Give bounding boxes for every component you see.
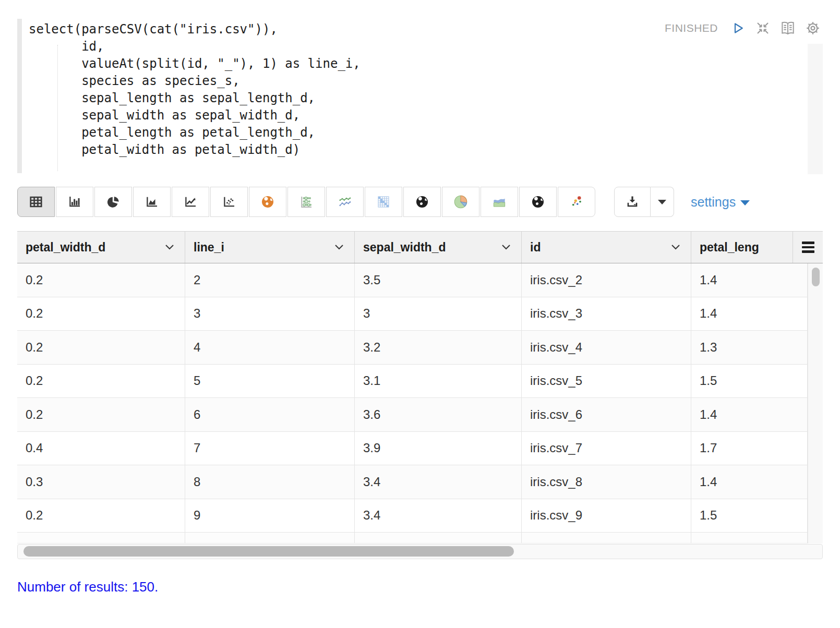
column-label: line_i [194, 240, 224, 255]
table-row: 0.383.4iris.csv_81.4 [17, 465, 823, 499]
table-cell: 3.9 [355, 432, 522, 465]
table-cell: 7 [185, 432, 355, 465]
table-cell: 5 [185, 365, 355, 398]
table-body: 0.223.5iris.csv_21.40.233iris.csv_31.40.… [17, 263, 823, 544]
book-icon[interactable] [779, 20, 796, 37]
editor-gutter [17, 19, 22, 173]
code-editor[interactable]: select(parseCSV(cat("iris.csv")), id, va… [17, 18, 823, 175]
caret-down-icon[interactable] [651, 187, 674, 217]
multi-line-chart-icon[interactable] [326, 187, 364, 217]
table-cell: 1.4 [691, 263, 808, 297]
table-cell: iris.csv_3 [522, 297, 691, 331]
table-cell: 0.3 [17, 465, 185, 499]
table-cell: 6 [185, 398, 355, 431]
hamburger-icon[interactable] [793, 232, 823, 263]
table-cell: 3 [185, 297, 355, 331]
vertical-scrollbar[interactable] [808, 263, 823, 544]
code-text[interactable]: select(parseCSV(cat("iris.csv")), id, va… [29, 21, 361, 159]
table-cell: 0.2 [17, 297, 185, 331]
table-cell: iris.csv_4 [522, 331, 691, 364]
table-row: 0.223.5iris.csv_21.4 [17, 263, 823, 297]
table-row: 0.473.9iris.csv_71.7 [17, 432, 823, 466]
table-cell: 0.2 [17, 331, 185, 364]
table-cell: 3.6 [355, 398, 522, 431]
globe-orange-icon[interactable] [249, 187, 286, 217]
download-icon[interactable] [614, 187, 651, 217]
chevron-down-icon[interactable] [334, 243, 344, 252]
table-cell: 0.4 [17, 432, 185, 465]
play-icon[interactable] [729, 20, 746, 37]
table-cell: 1.3 [691, 331, 808, 364]
column-header-line_i[interactable]: line_i [185, 232, 355, 263]
chart-type-buttons [17, 187, 595, 217]
table-cell: 2 [185, 263, 355, 297]
horizontal-scrollbar-thumb[interactable] [23, 546, 514, 557]
bar-chart-icon[interactable] [56, 187, 93, 217]
table-cell: 0.2 [17, 499, 185, 533]
table-cell: 1.4 [691, 465, 808, 499]
shrink-icon[interactable] [754, 20, 771, 37]
chevron-down-icon[interactable] [671, 243, 680, 252]
table-cell [355, 533, 522, 543]
table-cell: 1.5 [691, 365, 808, 398]
table-row: 0.233iris.csv_31.4 [17, 297, 823, 331]
column-header-id[interactable]: id [522, 232, 691, 263]
column-label: petal_leng [700, 240, 759, 255]
table-cell: iris.csv_5 [522, 365, 691, 398]
table-cell: 0.2 [17, 398, 185, 431]
area-chart-icon[interactable] [133, 187, 171, 217]
table-row: 0.253.1iris.csv_51.5 [17, 365, 823, 398]
table-cell: 0.2 [17, 263, 185, 297]
gear-icon[interactable] [805, 20, 821, 37]
table-cell: iris.csv_7 [522, 432, 691, 465]
table-cell [522, 533, 691, 543]
visualization-toolbar: settings [17, 187, 750, 217]
table-cell: 3 [355, 297, 522, 331]
scatter-color-icon[interactable] [558, 187, 595, 217]
table-cell: 3.1 [355, 365, 522, 398]
horizontal-scrollbar[interactable] [17, 544, 823, 559]
table-cell: 1.7 [691, 432, 808, 465]
column-header-petal_width_d[interactable]: petal_width_d [17, 232, 185, 263]
table-cell [17, 533, 185, 543]
scatter-chart-icon[interactable] [210, 187, 248, 217]
pie-chart-icon[interactable] [94, 187, 132, 217]
column-header-sepal_width_d[interactable]: sepal_width_d [355, 232, 522, 263]
table-cell [185, 533, 355, 543]
globe-dark-icon-2[interactable] [519, 187, 557, 217]
bubble-matrix-icon[interactable] [287, 187, 325, 217]
paragraph-controls: FINISHED [665, 20, 821, 37]
stacked-area-color-icon[interactable] [481, 187, 518, 217]
table-cell: 9 [185, 499, 355, 533]
column-header-petal_leng[interactable]: petal_leng [691, 232, 793, 263]
settings-label: settings [691, 195, 736, 210]
settings-caret-icon [740, 200, 750, 206]
results-count: Number of results: 150. [17, 579, 158, 595]
table-header: petal_width_dline_isepal_width_didpetal_… [17, 231, 823, 263]
vertical-scrollbar-thumb[interactable] [812, 268, 820, 286]
table-cell: 3.4 [355, 465, 522, 499]
globe-dark-icon[interactable] [403, 187, 441, 217]
editor-scrollbar-track[interactable] [808, 44, 823, 174]
table-cell: 3.4 [355, 499, 522, 533]
table-row-partial [17, 533, 823, 544]
heatmap-grid-icon[interactable] [365, 187, 402, 217]
zeppelin-paragraph: select(parseCSV(cat("iris.csv")), id, va… [0, 0, 840, 628]
column-label: sepal_width_d [363, 240, 446, 255]
line-chart-icon[interactable] [172, 187, 209, 217]
table-cell: iris.csv_9 [522, 499, 691, 533]
download-button-group [614, 187, 674, 217]
result-table: petal_width_dline_isepal_width_didpetal_… [17, 231, 823, 559]
table-cell: 3.2 [355, 331, 522, 364]
settings-button[interactable]: settings [691, 195, 750, 210]
table-cell: 1.5 [691, 499, 808, 533]
table-cell: 3.5 [355, 263, 522, 297]
table-cell: iris.csv_8 [522, 465, 691, 499]
column-label: id [530, 240, 541, 255]
chevron-down-icon[interactable] [165, 243, 174, 252]
column-label: petal_width_d [26, 240, 105, 255]
chevron-down-icon[interactable] [501, 243, 511, 252]
pie-chart-color-icon[interactable] [442, 187, 479, 217]
table-icon[interactable] [17, 187, 55, 217]
table-cell: 8 [185, 465, 355, 499]
